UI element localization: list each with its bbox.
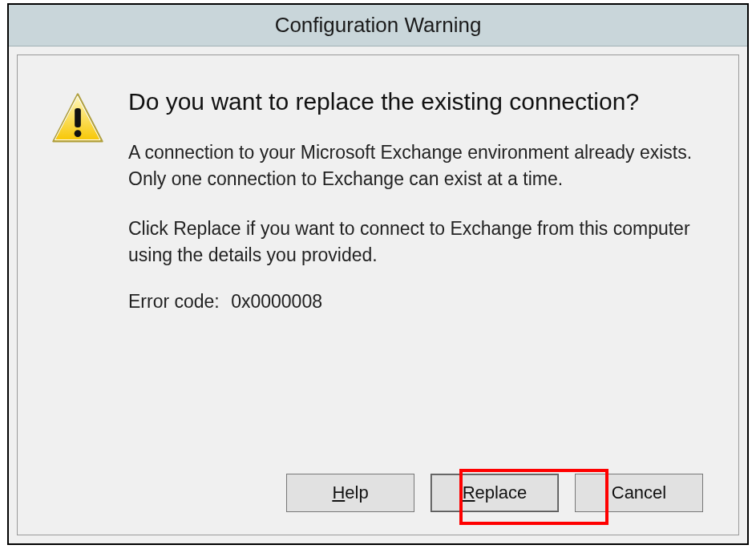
dialog-window: Configuration Warning xyxy=(7,3,749,545)
error-code: 0x0000008 xyxy=(231,291,322,312)
cancel-button-label: Cancel xyxy=(612,482,666,503)
warning-icon xyxy=(50,91,106,147)
svg-rect-2 xyxy=(75,108,81,127)
cancel-button[interactable]: Cancel xyxy=(575,474,703,512)
help-button-label: Help xyxy=(332,482,368,503)
replace-button[interactable]: Replace xyxy=(431,474,559,512)
dialog-body: Do you want to replace the existing conn… xyxy=(17,54,739,535)
titlebar: Configuration Warning xyxy=(9,5,747,46)
svg-point-3 xyxy=(75,130,82,137)
button-row: Help Replace Cancel xyxy=(50,474,706,515)
error-line: Error code: 0x0000008 xyxy=(128,291,706,313)
replace-button-label: Replace xyxy=(463,482,528,503)
dialog-paragraph-2: Click Replace if you want to connect to … xyxy=(128,216,706,269)
dialog-paragraph-1: A connection to your Microsoft Exchange … xyxy=(128,139,706,193)
help-button[interactable]: Help xyxy=(286,474,414,512)
text-column: Do you want to replace the existing conn… xyxy=(128,86,706,313)
window-title: Configuration Warning xyxy=(275,13,482,38)
error-label: Error code: xyxy=(128,291,220,312)
content-row: Do you want to replace the existing conn… xyxy=(50,86,706,313)
dialog-heading: Do you want to replace the existing conn… xyxy=(128,86,706,117)
